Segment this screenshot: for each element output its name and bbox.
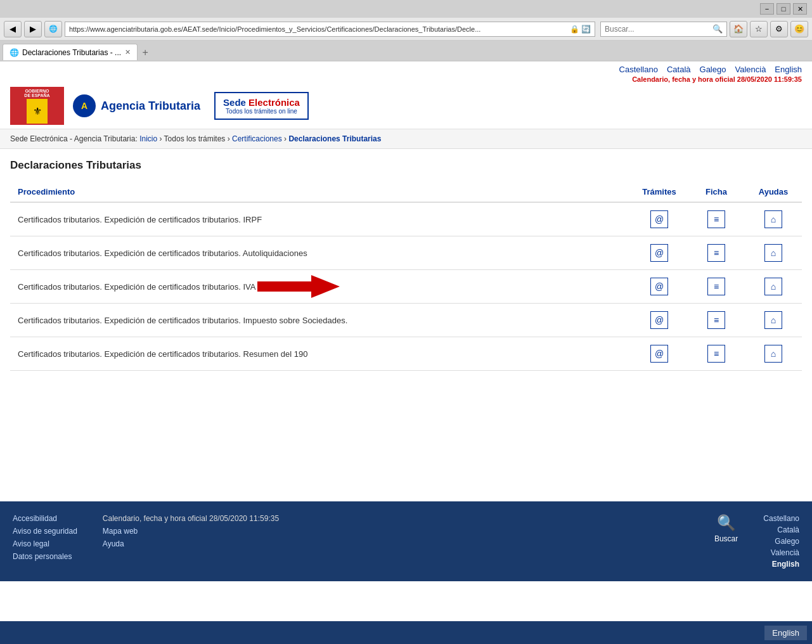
breadcrumb-current: Declaraciones Tributarias <box>288 134 381 143</box>
flag-red-left <box>11 99 27 124</box>
agency-logo: A Agencia Tributaria <box>72 93 200 119</box>
tramites-icon-4[interactable]: @ <box>650 311 668 329</box>
footer-search-icon[interactable]: 🔍 <box>717 514 736 532</box>
procedures-table: Procedimiento Trámites Ficha Ayudas Cert… <box>10 182 802 371</box>
footer-lang-english[interactable]: English <box>763 560 799 569</box>
government-logo: GOBIERNODE ESPAÑA ⚜ <box>10 87 64 125</box>
tab-bar: 🌐 Declaraciones Tributarias - ... ✕ + <box>0 41 812 61</box>
footer-aviso-legal[interactable]: Aviso legal <box>13 539 77 548</box>
title-bar: − □ ✕ <box>0 0 812 18</box>
breadcrumb-inicio[interactable]: Inicio <box>139 134 157 143</box>
ficha-icon-1[interactable]: ≡ <box>707 210 725 228</box>
row-1-tramites: @ <box>631 202 688 236</box>
tab-favicon: 🌐 <box>10 48 18 57</box>
footer-ayuda[interactable]: Ayuda <box>103 539 279 548</box>
footer-lang-catala[interactable]: Català <box>763 525 799 534</box>
tramites-icon-3[interactable]: @ <box>650 278 668 295</box>
back-button[interactable]: ◀ <box>4 21 22 37</box>
logo-bar: GOBIERNODE ESPAÑA ⚜ A Agencia Tributaria <box>0 83 812 129</box>
tab-close-button[interactable]: ✕ <box>125 48 131 56</box>
breadcrumb-certificaciones[interactable]: Certificaciones <box>232 134 282 143</box>
lang-castellano[interactable]: Castellano <box>619 65 658 74</box>
footer-lang-valencia[interactable]: Valencià <box>763 548 799 557</box>
page-footer: Accesibilidad Aviso de seguridad Aviso l… <box>0 501 812 581</box>
agency-emblem: A <box>72 93 97 119</box>
emoji-button[interactable]: 😊 <box>790 21 808 37</box>
ficha-icon-5[interactable]: ≡ <box>707 345 725 363</box>
row-4-tramites: @ <box>631 304 688 337</box>
row-4-text: Certificados tributarios. Expedición de … <box>10 304 631 337</box>
ayudas-icon-4[interactable]: ⌂ <box>764 311 782 329</box>
row-2-ficha: ≡ <box>688 236 745 270</box>
lang-valencia[interactable]: Valencià <box>735 65 766 74</box>
minimize-button[interactable]: − <box>760 3 774 15</box>
tramites-icon-2[interactable]: @ <box>650 244 668 262</box>
footer-search: 🔍 Buscar <box>714 514 738 543</box>
footer-accesibilidad[interactable]: Accesibilidad <box>13 514 77 523</box>
table-row: Certificados tributarios. Expedición de … <box>10 202 802 236</box>
flag-red-right <box>48 99 63 124</box>
search-input[interactable] <box>605 25 712 34</box>
lang-galego[interactable]: Galego <box>700 65 726 74</box>
tramites-icon-5[interactable]: @ <box>650 345 668 363</box>
url-text: https://www.agenciatributaria.gob.es/AEA… <box>69 25 570 33</box>
ficha-icon-3[interactable]: ≡ <box>707 278 725 295</box>
col-procedure: Procedimiento <box>10 182 631 202</box>
table-row: Certificados tributarios. Expedición de … <box>10 337 802 371</box>
ayudas-icon-2[interactable]: ⌂ <box>764 244 782 262</box>
home-button[interactable]: 🏠 <box>730 21 747 37</box>
address-icons: 🔒 🔄 <box>570 25 591 34</box>
footer-mapa-web[interactable]: Mapa web <box>103 527 279 536</box>
red-arrow-annotation <box>257 273 340 300</box>
table-row: Certificados tributarios. Expedición de … <box>10 304 802 337</box>
ayudas-icon-1[interactable]: ⌂ <box>764 210 782 228</box>
footer-lang-castellano[interactable]: Castellano <box>763 514 799 523</box>
row-3-ayudas: ⌂ <box>745 270 802 304</box>
page-wrapper: Castellano Català Galego Valencià Englis… <box>0 61 812 581</box>
tramites-icon-1[interactable]: @ <box>650 210 668 228</box>
ayudas-icon-5[interactable]: ⌂ <box>764 345 782 363</box>
lang-catala[interactable]: Català <box>667 65 691 74</box>
window-controls: − □ ✕ <box>760 3 807 15</box>
lang-english[interactable]: English <box>775 65 802 74</box>
favorites-button[interactable]: ☆ <box>750 21 768 37</box>
col-ficha: Ficha <box>688 182 745 202</box>
breadcrumb: Sede Electrónica - Agencia Tributaria: I… <box>0 129 812 149</box>
breadcrumb-prefix: Sede Electrónica - Agencia Tributaria: <box>10 134 138 143</box>
ficha-icon-2[interactable]: ≡ <box>707 244 725 262</box>
ficha-icon-4[interactable]: ≡ <box>707 311 725 329</box>
footer-lang-galego[interactable]: Galego <box>763 537 799 546</box>
row-2-text: Certificados tributarios. Expedición de … <box>10 236 631 270</box>
taskbar: English <box>0 621 812 644</box>
settings-button[interactable]: ⚙ <box>770 21 788 37</box>
row-2-tramites: @ <box>631 236 688 270</box>
active-tab[interactable]: 🌐 Declaraciones Tributarias - ... ✕ <box>3 44 138 60</box>
ayudas-icon-3[interactable]: ⌂ <box>764 278 782 295</box>
footer-languages: Castellano Català Galego Valencià Englis… <box>763 514 799 569</box>
forward-button[interactable]: ▶ <box>24 21 42 37</box>
table-row: Certificados tributarios. Expedición de … <box>10 270 802 304</box>
sede-title: Sede Electrónica <box>223 97 300 108</box>
nav-bar: ◀ ▶ 🌐 https://www.agenciatributaria.gob.… <box>0 18 812 41</box>
breadcrumb-sep-1: › <box>159 134 164 143</box>
address-bar[interactable]: https://www.agenciatributaria.gob.es/AEA… <box>65 22 595 37</box>
search-bar[interactable]: 🔍 <box>600 22 727 37</box>
row-3-tramites: @ <box>631 270 688 304</box>
row-3-ficha: ≡ <box>688 270 745 304</box>
search-submit-icon[interactable]: 🔍 <box>712 24 723 34</box>
taskbar-language: English <box>764 626 807 640</box>
footer-inner: Accesibilidad Aviso de seguridad Aviso l… <box>13 514 799 569</box>
maximize-button[interactable]: □ <box>777 3 790 15</box>
close-button[interactable]: ✕ <box>793 3 807 15</box>
footer-datos-personales[interactable]: Datos personales <box>13 552 77 561</box>
new-tab-button[interactable]: + <box>138 45 153 60</box>
footer-aviso-seguridad[interactable]: Aviso de seguridad <box>13 527 77 536</box>
row-1-ficha: ≡ <box>688 202 745 236</box>
row-2-ayudas: ⌂ <box>745 236 802 270</box>
agency-name: Agencia Tributaria <box>101 100 200 113</box>
footer-date: Calendario, fecha y hora oficial 28/05/2… <box>103 514 279 523</box>
date-label: Calendario, fecha y hora oficial <box>632 75 735 83</box>
col-ayudas: Ayudas <box>745 182 802 202</box>
content-area: Declaraciones Tributarias Procedimiento … <box>0 149 812 501</box>
main-content: Declaraciones Tributarias Procedimiento … <box>0 149 812 383</box>
